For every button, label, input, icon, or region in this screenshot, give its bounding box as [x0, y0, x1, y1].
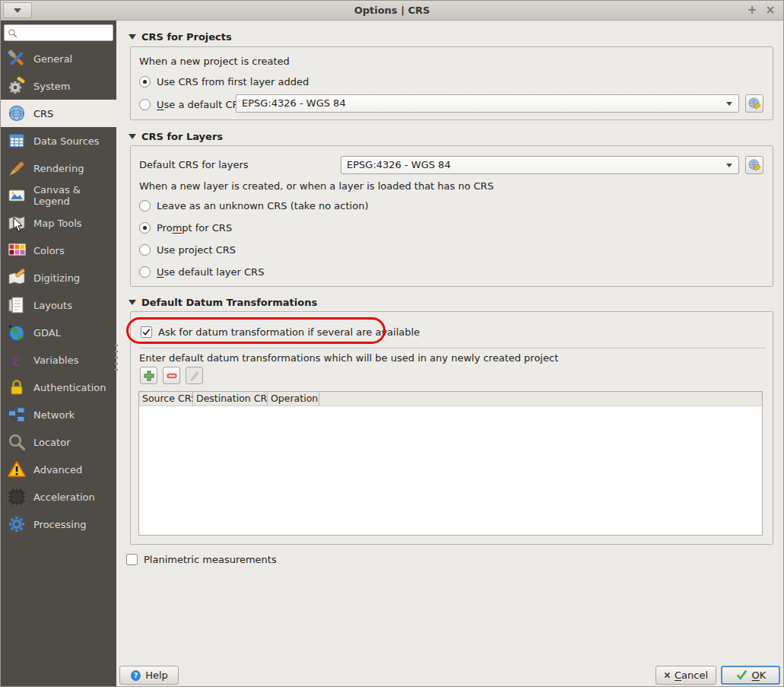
radio-label: Use a default CRS — [157, 99, 246, 110]
search-input[interactable] — [20, 26, 111, 40]
help-button[interactable]: ? Help — [119, 666, 179, 685]
checkbox-icon — [126, 554, 138, 565]
sidebar-item-colors[interactable]: Colors — [1, 237, 116, 264]
layouts-page-icon — [8, 296, 26, 314]
sidebar-item-label: Colors — [33, 245, 65, 256]
cancel-x-icon — [664, 671, 671, 679]
select-crs-button[interactable] — [745, 156, 763, 174]
sidebar-item-label: Advanced — [33, 464, 82, 475]
button-label: Help — [145, 670, 168, 681]
digitizing-pencil-icon — [8, 269, 26, 287]
table-column-header[interactable]: Destination CRS — [193, 392, 268, 406]
ask-datum-transformation-checkbox[interactable]: Ask for datum transformation if several … — [141, 325, 420, 339]
sidebar-item-label: Processing — [33, 519, 86, 530]
enter-datum-transformations-label: Enter default datum transformations whic… — [139, 351, 558, 365]
sidebar-item-label: Network — [33, 409, 75, 421]
collapse-arrow-icon — [129, 34, 136, 40]
when-project-created-label: When a new project is created — [139, 55, 290, 68]
sidebar-item-map-tools[interactable]: Map Tools — [1, 209, 116, 237]
sidebar-item-label: Rendering — [33, 163, 84, 174]
when-layer-created-label: When a new layer is created, or when a l… — [139, 180, 494, 193]
sidebar-item-label: Locator — [33, 437, 70, 448]
crs-settings-page: CRS for Projects When a new project is c… — [116, 21, 784, 687]
acceleration-chip-icon — [8, 488, 26, 506]
sidebar-item-locator[interactable]: Locator — [1, 428, 116, 456]
radio-use-crs-first-layer[interactable]: Use CRS from first layer added — [139, 75, 309, 88]
group-datum-transformations: Ask for datum transformation if several … — [130, 311, 773, 545]
radio-prompt-for-crs[interactable]: Prompt for CRS — [139, 221, 232, 234]
check-mark-icon — [141, 327, 151, 337]
sidebar-item-system[interactable]: System — [1, 72, 116, 100]
crs-globe-icon — [8, 104, 26, 122]
group-crs-for-projects: When a new project is created Use CRS fr… — [130, 46, 773, 120]
sidebar-item-network[interactable]: Network — [1, 401, 116, 428]
ok-check-icon — [735, 670, 748, 681]
section-header-datum-transformations[interactable]: Default Datum Transformations — [129, 294, 317, 310]
data-sources-table-icon — [8, 132, 26, 150]
cancel-button[interactable]: Cancel — [655, 666, 716, 685]
sidebar-item-rendering[interactable]: Rendering — [1, 154, 116, 182]
table-header-row: Source CRSDestination CRSOperation — [139, 392, 762, 406]
rendering-brush-icon — [8, 159, 26, 177]
section-header-crs-for-projects[interactable]: CRS for Projects — [129, 29, 232, 44]
combobox-value: EPSG:4326 - WGS 84 — [347, 159, 451, 170]
edit-transformation-button[interactable] — [186, 367, 203, 384]
sidebar-item-variables[interactable]: εVariables — [1, 346, 116, 374]
radio-use-default-layer-crs[interactable]: Use default layer CRS — [139, 265, 264, 278]
options-dialog: Options | CRS + × GeneralSystemCRSData S… — [0, 0, 784, 687]
radio-button-icon — [139, 99, 151, 110]
collapse-arrow-icon — [129, 300, 136, 305]
section-header-crs-for-layers[interactable]: CRS for Layers — [129, 129, 223, 144]
add-transformation-button[interactable] — [140, 367, 157, 384]
help-question-icon: ? — [130, 670, 141, 682]
radio-use-default-crs[interactable]: Use a default CRS — [139, 97, 246, 111]
checkbox-label: Planimetric measurements — [144, 554, 277, 565]
radio-button-icon — [139, 76, 151, 87]
default-crs-layers-label: Default CRS for layers — [139, 158, 249, 172]
sidebar-item-label: Acceleration — [33, 491, 95, 503]
advanced-warning-icon — [8, 460, 26, 479]
default-crs-layers-combobox[interactable]: EPSG:4326 - WGS 84 — [341, 156, 739, 174]
sidebar-item-label: Digitizing — [33, 272, 80, 284]
sidebar-item-data-sources[interactable]: Data Sources — [1, 127, 116, 154]
sidebar-item-label: Canvas & Legend — [33, 184, 116, 207]
radio-button-icon — [139, 266, 151, 278]
sidebar-item-gdal[interactable]: GDAL — [1, 319, 116, 346]
radio-label: Use project CRS — [157, 244, 236, 256]
select-crs-button[interactable] — [745, 94, 763, 113]
sidebar-item-acceleration[interactable]: Acceleration — [1, 483, 116, 510]
maximize-button[interactable]: + — [742, 1, 762, 21]
add-plus-icon — [143, 370, 155, 382]
sidebar-search-box — [4, 24, 113, 41]
sidebar-item-general[interactable]: General — [1, 45, 116, 72]
svg-text:?: ? — [134, 672, 138, 679]
sidebar-item-digitizing[interactable]: Digitizing — [1, 264, 116, 291]
close-button[interactable]: × — [760, 1, 780, 21]
datum-transformations-table[interactable]: Source CRSDestination CRSOperation — [138, 391, 763, 536]
ok-button[interactable]: OK — [721, 666, 780, 685]
table-body[interactable] — [139, 406, 762, 535]
radio-label: Use default layer CRS — [157, 266, 264, 278]
table-column-header[interactable]: Source CRS — [139, 392, 193, 406]
sidebar-item-layouts[interactable]: Layouts — [1, 291, 116, 319]
search-icon — [8, 28, 17, 38]
chevron-down-icon — [726, 164, 732, 167]
button-label: Cancel — [674, 670, 708, 681]
radio-label: Leave as an unknown CRS (take no action) — [157, 200, 368, 212]
sidebar-item-canvas-legend[interactable]: Canvas & Legend — [1, 182, 116, 209]
title-bar: Options | CRS + × — [1, 1, 783, 21]
processing-gear-icon — [8, 515, 26, 533]
sidebar-item-label: GDAL — [33, 327, 61, 339]
sidebar-item-processing[interactable]: Processing — [1, 510, 116, 538]
sidebar-item-authentication[interactable]: Authentication — [1, 374, 116, 401]
default-crs-project-combobox[interactable]: EPSG:4326 - WGS 84 — [236, 94, 739, 113]
radio-leave-unknown-crs[interactable]: Leave as an unknown CRS (take no action) — [139, 199, 368, 212]
radio-use-project-crs[interactable]: Use project CRS — [139, 243, 236, 256]
sidebar-item-advanced[interactable]: Advanced — [1, 456, 116, 483]
settings-sidebar: GeneralSystemCRSData SourcesRenderingCan… — [1, 21, 116, 687]
planimetric-measurements-checkbox[interactable]: Planimetric measurements — [126, 552, 277, 566]
sidebar-item-crs[interactable]: CRS — [1, 100, 116, 127]
system-gear-icon — [8, 77, 26, 95]
table-column-header[interactable]: Operation — [268, 392, 319, 406]
remove-transformation-button[interactable] — [163, 367, 180, 384]
